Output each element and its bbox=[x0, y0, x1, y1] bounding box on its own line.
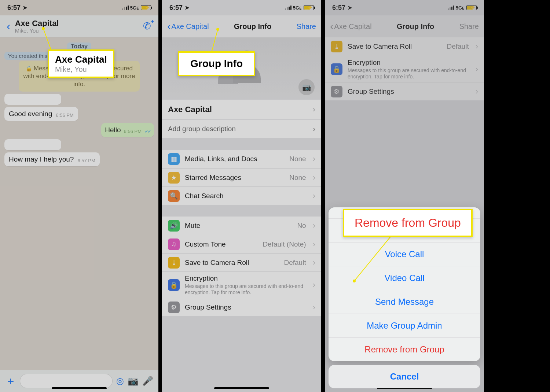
network-label: 5Gᴇ bbox=[130, 5, 139, 11]
chevron-right-icon: › bbox=[313, 173, 315, 182]
row-label: EncryptionMessages to this group are sec… bbox=[185, 274, 308, 295]
header-title: Group Info bbox=[234, 22, 271, 31]
group-name-row[interactable]: Axe Capital› bbox=[162, 100, 321, 119]
message-stub bbox=[4, 139, 61, 150]
callout-group-info: Group Info bbox=[178, 51, 255, 76]
sheet-video-call[interactable]: Video Call bbox=[329, 266, 480, 290]
row-mute[interactable]: 🔊MuteNo› bbox=[162, 217, 321, 235]
row-save[interactable]: ⤓Save to Camera RollDefault› bbox=[162, 253, 321, 271]
status-bar: 6:57➤ 5Gᴇ ⚡ bbox=[0, 0, 158, 15]
lock-icon: 🔒 bbox=[26, 66, 32, 71]
star-icon: ★ bbox=[168, 172, 180, 184]
music-icon: ♫ bbox=[168, 238, 180, 250]
signal-icon bbox=[122, 5, 129, 10]
chat-body: Today You created this group 🔒 Messages … bbox=[0, 37, 158, 370]
read-ticks-icon: ✓✓ bbox=[144, 128, 150, 134]
download-icon: ⤓ bbox=[168, 257, 180, 269]
sheet-voice-call[interactable]: Voice Call bbox=[329, 242, 480, 266]
message-in[interactable]: Good evening6:56 PM bbox=[4, 107, 78, 121]
status-bar: 6:57➤ 5Gᴇ⚡ bbox=[162, 0, 321, 15]
back-button[interactable]: ‹ bbox=[4, 19, 13, 33]
message-input[interactable] bbox=[20, 374, 113, 388]
sheet-make-admin[interactable]: Make Group Admin bbox=[329, 314, 480, 337]
row-value: Default (Note) bbox=[263, 240, 306, 248]
status-time: 6:57 bbox=[7, 4, 21, 12]
chevron-right-icon: › bbox=[313, 280, 315, 290]
location-icon: ➤ bbox=[185, 4, 190, 11]
row-value: Default bbox=[284, 259, 306, 267]
callout-remove: Remove from Group bbox=[343, 209, 473, 237]
group-name: Axe Capital bbox=[168, 105, 212, 114]
row-sublabel: Messages to this group are secured with … bbox=[185, 283, 308, 295]
chat-title: Axe Capital bbox=[15, 19, 143, 28]
row-value: No bbox=[297, 222, 306, 230]
home-indicator[interactable] bbox=[52, 387, 107, 389]
message-time: 6:57 PM bbox=[77, 158, 95, 163]
sticker-button[interactable]: ◎ bbox=[116, 376, 124, 386]
panel-action-sheet: 6:57➤ 5Gᴇ⚡ ‹Axe Capital Group Info Share… bbox=[325, 0, 484, 392]
row-label: Media, Links, and Docs bbox=[185, 155, 284, 163]
chevron-right-icon: › bbox=[313, 125, 315, 133]
chat-header: ‹ Axe Capital Mike, You ✆+ bbox=[0, 15, 158, 37]
chevron-right-icon: › bbox=[313, 240, 315, 249]
group-description-row[interactable]: Add group description› bbox=[162, 119, 321, 138]
chevron-right-icon: › bbox=[313, 258, 315, 267]
message-text: Hello bbox=[105, 126, 121, 134]
lock-icon: 🔒 bbox=[168, 279, 180, 291]
row-label: Mute bbox=[185, 222, 292, 230]
edit-photo-button[interactable]: 📷 bbox=[298, 79, 315, 95]
chevron-right-icon: › bbox=[313, 303, 315, 312]
divider bbox=[321, 0, 325, 392]
section-media: ▦Media, Links, and DocsNone› ★Starred Me… bbox=[162, 150, 321, 205]
message-text: Good evening bbox=[9, 110, 52, 118]
camera-button[interactable]: 📷 bbox=[128, 376, 139, 386]
chevron-right-icon: › bbox=[313, 191, 315, 201]
row-group-settings[interactable]: ⚙Group Settings› bbox=[162, 298, 321, 316]
row-label: Save to Camera Roll bbox=[185, 259, 279, 267]
call-button[interactable]: ✆+ bbox=[143, 21, 154, 32]
camera-icon: 📷 bbox=[302, 83, 311, 92]
chat-subtitle: Mike, You bbox=[15, 27, 143, 34]
battery-icon: ⚡ bbox=[141, 5, 151, 10]
chat-title-block[interactable]: Axe Capital Mike, You bbox=[13, 19, 143, 34]
row-label: Starred Messages bbox=[185, 174, 284, 182]
row-tone[interactable]: ♫Custom ToneDefault (Note)› bbox=[162, 235, 321, 253]
section-settings: 🔊MuteNo› ♫Custom ToneDefault (Note)› ⤓Sa… bbox=[162, 217, 321, 316]
message-out[interactable]: Hello6:56 PM✓✓ bbox=[101, 123, 154, 137]
row-label: Chat Search bbox=[185, 192, 308, 200]
attach-button[interactable]: ＋ bbox=[5, 374, 16, 389]
media-icon: ▦ bbox=[168, 153, 180, 165]
back-label: Axe Capital bbox=[171, 22, 209, 31]
row-value: None bbox=[289, 174, 306, 182]
message-text: How may I help you? bbox=[9, 155, 74, 163]
share-button[interactable]: Share bbox=[297, 22, 316, 31]
row-starred[interactable]: ★Starred MessagesNone› bbox=[162, 168, 321, 186]
status-time: 6:57 bbox=[169, 4, 183, 12]
home-indicator[interactable] bbox=[214, 387, 269, 389]
row-label: Group Settings bbox=[185, 303, 308, 311]
callout-text: Group Info bbox=[190, 58, 243, 70]
sheet-send-message[interactable]: Send Message bbox=[329, 290, 480, 314]
back-button[interactable]: ‹Axe Capital bbox=[167, 21, 209, 32]
message-stub bbox=[4, 94, 61, 105]
callout-chat-title: Axe Capital Mike, You bbox=[48, 49, 114, 78]
chevron-right-icon: › bbox=[313, 221, 315, 230]
sheet-remove-from-group[interactable]: Remove from Group bbox=[329, 337, 480, 361]
chevron-right-icon: › bbox=[313, 154, 315, 164]
mic-button[interactable]: 🎤 bbox=[142, 376, 153, 386]
row-media[interactable]: ▦Media, Links, and DocsNone› bbox=[162, 150, 321, 168]
location-icon: ➤ bbox=[23, 4, 27, 11]
message-time: 6:56 PM bbox=[124, 129, 142, 134]
callout-text: Remove from Group bbox=[355, 216, 461, 230]
message-in[interactable]: How may I help you?6:57 PM bbox=[4, 152, 100, 166]
speaker-icon: 🔊 bbox=[168, 220, 180, 232]
callout-title: Axe Capital bbox=[55, 54, 107, 65]
signal-icon bbox=[285, 5, 292, 10]
gear-icon: ⚙ bbox=[168, 302, 180, 313]
row-encryption[interactable]: 🔒EncryptionMessages to this group are se… bbox=[162, 271, 321, 298]
row-search[interactable]: 🔍Chat Search› bbox=[162, 186, 321, 205]
section-name: Axe Capital› Add group description› bbox=[162, 100, 321, 138]
group-desc: Add group description bbox=[168, 125, 236, 133]
sheet-cancel[interactable]: Cancel bbox=[329, 365, 480, 388]
callout-subtitle: Mike, You bbox=[55, 65, 107, 74]
